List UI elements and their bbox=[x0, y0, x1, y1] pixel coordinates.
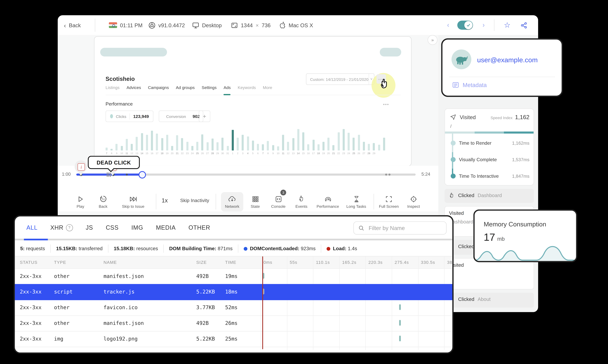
events-panel-button[interactable]: Events bbox=[290, 192, 312, 211]
share-icon bbox=[520, 22, 527, 29]
playhead-handle[interactable] bbox=[139, 171, 146, 179]
request-row-favicon.ico[interactable]: 2xx-3xxotherfavicon.ico3.77KB52ms bbox=[15, 300, 452, 316]
ruler-tick-label: 385.6 bbox=[447, 260, 453, 265]
clicked-event-row[interactable]: ClickedDashboard bbox=[444, 189, 534, 203]
user-email[interactable]: user@example.com bbox=[477, 56, 538, 64]
playback-speed-button[interactable]: 1x bbox=[162, 197, 168, 204]
metric-chip-clicks[interactable]: Clicks 123,949 bbox=[105, 111, 153, 122]
network-tab-xhr[interactable]: XHR? bbox=[50, 224, 73, 231]
network-tab-js[interactable]: JS bbox=[86, 224, 93, 231]
prev-session-button[interactable]: ‹ bbox=[447, 15, 449, 35]
timeline-track[interactable]: i i bbox=[76, 174, 416, 176]
column-header-status[interactable]: STATUS bbox=[20, 260, 38, 265]
request-row-manifest.json[interactable]: 2xx-3xxothermanifest.json492B19ms bbox=[15, 268, 452, 285]
visited-event-card[interactable]: Visited Speed Index 1,162 / Time to Rend… bbox=[444, 108, 534, 185]
status-dot bbox=[327, 247, 331, 251]
add-metric-button[interactable]: + bbox=[199, 111, 210, 122]
pointer-hand-icon bbox=[298, 195, 305, 203]
resolution-info: 1344 × 736 bbox=[231, 15, 271, 35]
event-dot[interactable] bbox=[126, 174, 128, 176]
page-tab-keywords[interactable]: Keywords bbox=[238, 85, 256, 95]
column-header-time[interactable]: TIME bbox=[225, 260, 236, 265]
page-tab-campaigns[interactable]: Campaigns bbox=[148, 85, 169, 95]
autoplay-toggle[interactable] bbox=[457, 15, 473, 35]
next-session-button[interactable]: › bbox=[482, 15, 485, 35]
page-tab-settings[interactable]: Settings bbox=[202, 85, 217, 95]
state-panel-button[interactable]: State bbox=[244, 192, 266, 211]
share-button[interactable] bbox=[520, 15, 527, 35]
date-range-select[interactable]: Custom: 14/12/2019 - 21/01/2020 ˅ bbox=[306, 73, 375, 85]
event-tick bbox=[107, 172, 107, 177]
event-dot[interactable] bbox=[388, 174, 390, 176]
speed-index-value: 1,162 bbox=[515, 114, 530, 120]
page-tab-ads[interactable]: Ads bbox=[224, 85, 231, 95]
section-more-icon[interactable]: ••• bbox=[383, 102, 389, 107]
controls-divider bbox=[216, 194, 216, 209]
chart-bar bbox=[262, 144, 264, 151]
x-tick-label: 7 bbox=[262, 152, 264, 155]
full-screen-button[interactable]: Full Screen bbox=[376, 192, 402, 211]
player-timeline-zone: 1:00 5:24 i i Play bbox=[58, 166, 438, 211]
chart-bar bbox=[378, 145, 380, 150]
long-tasks-panel-button[interactable]: Long Tasks bbox=[343, 192, 369, 211]
x-tick-label: 13 bbox=[135, 152, 138, 155]
chart-bar bbox=[237, 138, 239, 151]
metadata-doc-icon bbox=[452, 82, 459, 88]
chart-bar bbox=[181, 138, 183, 151]
back-10s-button[interactable]: 10 Back bbox=[92, 192, 114, 211]
skip-inactivity-toggle[interactable]: Skip Inactivity bbox=[180, 198, 209, 203]
waterfall-mark bbox=[399, 304, 401, 310]
filter-input[interactable] bbox=[368, 224, 440, 232]
column-header-type[interactable]: TYPE bbox=[54, 260, 66, 265]
network-tab-media[interactable]: MEDIA bbox=[156, 224, 176, 231]
performance-panel-button[interactable]: Performance bbox=[314, 192, 341, 211]
chart-bar bbox=[191, 146, 193, 150]
page-tab-more[interactable]: More bbox=[263, 85, 272, 95]
request-row-manifest.json[interactable]: 2xx-3xxothermanifest.json492B26ms bbox=[15, 315, 452, 331]
x-tick-label: 12 bbox=[130, 152, 133, 155]
metric-chip-conversion[interactable]: Conversion 902 bbox=[159, 111, 203, 122]
ruler-tick-label: 110.1s bbox=[316, 260, 330, 265]
play-button[interactable]: Play bbox=[69, 192, 91, 211]
chart-bar bbox=[156, 134, 158, 151]
collapse-sidebar-button[interactable]: » bbox=[427, 35, 437, 45]
page-tab-advices[interactable]: Advices bbox=[127, 85, 141, 95]
skip-to-issue-button[interactable]: Skip to Issue bbox=[119, 192, 148, 211]
inspect-button[interactable]: Inspect bbox=[402, 192, 425, 211]
skip-forward-icon bbox=[129, 195, 137, 203]
network-tab-all[interactable]: ALL bbox=[26, 224, 38, 231]
os-label: Mac OS X bbox=[289, 22, 313, 28]
chart-bar bbox=[211, 139, 214, 150]
bookmark-button[interactable]: ☆ bbox=[504, 15, 511, 35]
network-tab-img[interactable]: IMG bbox=[131, 224, 143, 231]
network-panel-button[interactable]: Network bbox=[221, 192, 243, 211]
ruler-tick-label: 330.5s bbox=[421, 260, 435, 265]
event-action: Clicked bbox=[458, 244, 474, 249]
issue-marker[interactable]: i bbox=[75, 160, 87, 173]
inspect-crosshair-icon bbox=[410, 195, 417, 203]
filter-field[interactable] bbox=[353, 221, 447, 235]
chart-bar bbox=[126, 139, 128, 151]
network-tab-css[interactable]: CSS bbox=[106, 224, 118, 231]
controls-divider bbox=[156, 194, 156, 209]
back-button[interactable]: ‹ Back bbox=[64, 15, 81, 35]
network-tab-other[interactable]: OTHER bbox=[188, 224, 210, 231]
clicked-event-row[interactable]: ClickedAbout bbox=[444, 293, 534, 308]
x-tick-label: 19 bbox=[322, 152, 325, 155]
type-cell: script bbox=[54, 289, 73, 295]
column-header-size[interactable]: SIZE bbox=[196, 260, 207, 265]
column-header-name[interactable]: NAME bbox=[103, 260, 117, 265]
page-tab-listings[interactable]: Listings bbox=[105, 85, 119, 95]
help-icon[interactable]: ? bbox=[66, 224, 73, 231]
event-dot[interactable] bbox=[385, 174, 387, 176]
visited-event-row[interactable]: Visited bbox=[444, 258, 534, 289]
time-cell: 52ms bbox=[225, 304, 237, 311]
load-progress-bar bbox=[445, 131, 534, 134]
console-panel-button[interactable]: 3 Console bbox=[267, 192, 289, 211]
event-action: Clicked bbox=[458, 193, 474, 198]
page-tab-ad-groups[interactable]: Ad groups bbox=[176, 85, 195, 95]
metric-dot bbox=[451, 141, 456, 145]
request-row-logo192.png[interactable]: 2xx-3xximglogo192.png5.22KB25ms bbox=[15, 331, 452, 347]
metadata-button[interactable]: Metadata bbox=[452, 82, 487, 88]
request-row-tracker.js[interactable]: 2xx-3xxscripttracker.js5.22KB18ms bbox=[15, 284, 452, 300]
